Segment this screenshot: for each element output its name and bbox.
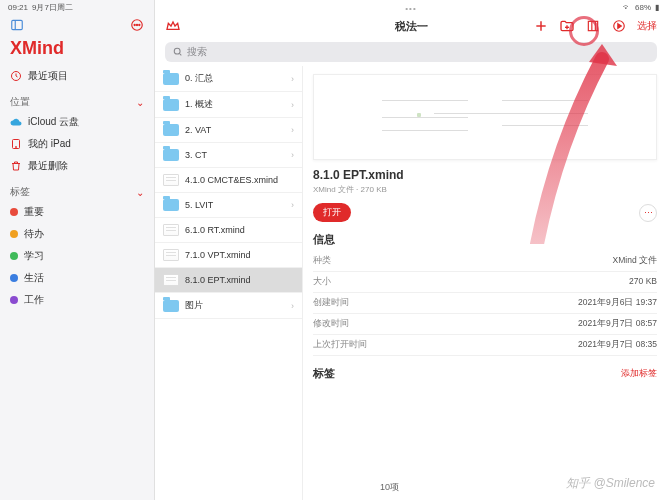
open-button[interactable]: 打开 bbox=[313, 203, 351, 222]
sidebar-item-tag[interactable]: 学习 bbox=[0, 245, 154, 267]
file-label: 7.1.0 VPT.xmind bbox=[185, 250, 251, 260]
add-tag-button[interactable]: 添加标签 bbox=[621, 367, 657, 380]
item-count: 10项 bbox=[380, 481, 399, 494]
view-mode-icon[interactable] bbox=[585, 18, 601, 34]
file-row[interactable]: 2. VAT› bbox=[155, 118, 302, 143]
sidebar-item-tag[interactable]: 生活 bbox=[0, 267, 154, 289]
file-list: 0. 汇总›1. 概述›2. VAT›3. CT›4.1.0 CMCT&ES.x… bbox=[155, 66, 303, 500]
clock-icon bbox=[10, 70, 22, 82]
folder-icon bbox=[163, 149, 179, 161]
sidebar-item-label: 最近删除 bbox=[28, 159, 68, 173]
file-label: 0. 汇总 bbox=[185, 72, 213, 85]
tag-dot-icon bbox=[10, 296, 18, 304]
chevron-right-icon: › bbox=[291, 125, 294, 135]
info-key: 修改时间 bbox=[313, 318, 349, 330]
sidebar-item-label: 生活 bbox=[24, 271, 44, 285]
watermark: 知乎 @Smilence bbox=[566, 475, 655, 492]
file-label: 1. 概述 bbox=[185, 98, 213, 111]
sidebar-item-label: iCloud 云盘 bbox=[28, 115, 79, 129]
chevron-right-icon: › bbox=[291, 301, 294, 311]
file-row[interactable]: 7.1.0 VPT.xmind bbox=[155, 243, 302, 268]
file-row[interactable]: 4.1.0 CMCT&ES.xmind bbox=[155, 168, 302, 193]
info-value: 270 KB bbox=[629, 276, 657, 288]
tag-dot-icon bbox=[10, 230, 18, 238]
info-value: 2021年9月7日 08:35 bbox=[578, 339, 657, 351]
sidebar-item-location[interactable]: 我的 iPad bbox=[0, 133, 154, 155]
sidebar-toggle-icon[interactable] bbox=[10, 18, 24, 32]
sidebar-item-label: 待办 bbox=[24, 227, 44, 241]
svg-point-8 bbox=[16, 147, 17, 148]
info-row: 修改时间2021年9月7日 08:57 bbox=[313, 314, 657, 335]
file-label: 3. CT bbox=[185, 150, 207, 160]
sidebar-section-locations[interactable]: 位置 ⌄ bbox=[0, 87, 154, 111]
folder-icon bbox=[163, 73, 179, 85]
info-key: 种类 bbox=[313, 255, 331, 267]
page-title: 税法一 bbox=[395, 19, 428, 34]
file-row[interactable]: 5. LVIT› bbox=[155, 193, 302, 218]
info-header: 信息 bbox=[313, 232, 657, 247]
folder-icon bbox=[163, 99, 179, 111]
svg-line-19 bbox=[179, 53, 181, 55]
plus-icon[interactable] bbox=[533, 18, 549, 34]
sidebar-section-tags[interactable]: 标签 ⌄ bbox=[0, 177, 154, 201]
file-row[interactable]: 6.1.0 RT.xmind bbox=[155, 218, 302, 243]
file-label: 2. VAT bbox=[185, 125, 211, 135]
svg-point-5 bbox=[139, 24, 140, 25]
sidebar-item-location[interactable]: iCloud 云盘 bbox=[0, 111, 154, 133]
file-label: 6.1.0 RT.xmind bbox=[185, 225, 245, 235]
chevron-right-icon: › bbox=[291, 74, 294, 84]
sidebar-item-recent[interactable]: 最近项目 bbox=[0, 65, 154, 87]
crown-icon[interactable] bbox=[165, 18, 181, 34]
tag-dot-icon bbox=[10, 252, 18, 260]
file-row[interactable]: 图片› bbox=[155, 293, 302, 319]
play-icon[interactable] bbox=[611, 18, 627, 34]
sidebar-item-tag[interactable]: 重要 bbox=[0, 201, 154, 223]
sidebar: XMind 最近项目 位置 ⌄ iCloud 云盘我的 iPad最近删除 标签 … bbox=[0, 0, 155, 500]
svg-marker-17 bbox=[618, 24, 622, 29]
info-row: 种类XMind 文件 bbox=[313, 251, 657, 272]
sidebar-item-label: 最近项目 bbox=[28, 69, 68, 83]
trash-icon bbox=[10, 160, 22, 172]
folder-icon bbox=[163, 300, 179, 312]
main-panel: ••• 税法一 选择 搜索 0. 汇总›1. 概述›2. VAT›3. CT›4… bbox=[155, 0, 667, 500]
new-folder-icon[interactable] bbox=[559, 18, 575, 34]
svg-point-18 bbox=[174, 48, 180, 54]
select-button[interactable]: 选择 bbox=[637, 19, 657, 33]
more-button[interactable]: ⋯ bbox=[639, 204, 657, 222]
file-label: 图片 bbox=[185, 299, 203, 312]
info-key: 大小 bbox=[313, 276, 331, 288]
svg-point-4 bbox=[136, 24, 137, 25]
options-icon[interactable] bbox=[130, 18, 144, 32]
info-value: 2021年9月7日 08:57 bbox=[578, 318, 657, 330]
info-row: 上次打开时间2021年9月7日 08:35 bbox=[313, 335, 657, 356]
info-value: XMind 文件 bbox=[613, 255, 657, 267]
file-row[interactable]: 8.1.0 EPT.xmind bbox=[155, 268, 302, 293]
file-label: 8.1.0 EPT.xmind bbox=[185, 275, 251, 285]
svg-rect-13 bbox=[588, 21, 597, 30]
folder-icon bbox=[163, 124, 179, 136]
drag-handle-icon: ••• bbox=[405, 4, 416, 13]
file-row[interactable]: 3. CT› bbox=[155, 143, 302, 168]
chevron-down-icon: ⌄ bbox=[136, 97, 144, 108]
tag-dot-icon bbox=[10, 208, 18, 216]
search-input[interactable]: 搜索 bbox=[165, 42, 657, 62]
svg-rect-0 bbox=[12, 20, 23, 29]
file-name: 8.1.0 EPT.xmind bbox=[313, 168, 657, 182]
file-subtitle: XMind 文件 · 270 KB bbox=[313, 184, 657, 195]
file-preview[interactable] bbox=[313, 74, 657, 160]
svg-point-3 bbox=[134, 24, 135, 25]
sidebar-item-label: 学习 bbox=[24, 249, 44, 263]
ipad-icon bbox=[10, 138, 22, 150]
xmind-file-icon bbox=[163, 274, 179, 286]
chevron-right-icon: › bbox=[291, 150, 294, 160]
folder-icon bbox=[163, 199, 179, 211]
info-key: 上次打开时间 bbox=[313, 339, 367, 351]
tag-dot-icon bbox=[10, 274, 18, 282]
sidebar-item-tag[interactable]: 工作 bbox=[0, 289, 154, 311]
file-row[interactable]: 0. 汇总› bbox=[155, 66, 302, 92]
sidebar-item-tag[interactable]: 待办 bbox=[0, 223, 154, 245]
sidebar-item-location[interactable]: 最近删除 bbox=[0, 155, 154, 177]
file-row[interactable]: 1. 概述› bbox=[155, 92, 302, 118]
chevron-down-icon: ⌄ bbox=[136, 187, 144, 198]
info-value: 2021年9月6日 19:37 bbox=[578, 297, 657, 309]
